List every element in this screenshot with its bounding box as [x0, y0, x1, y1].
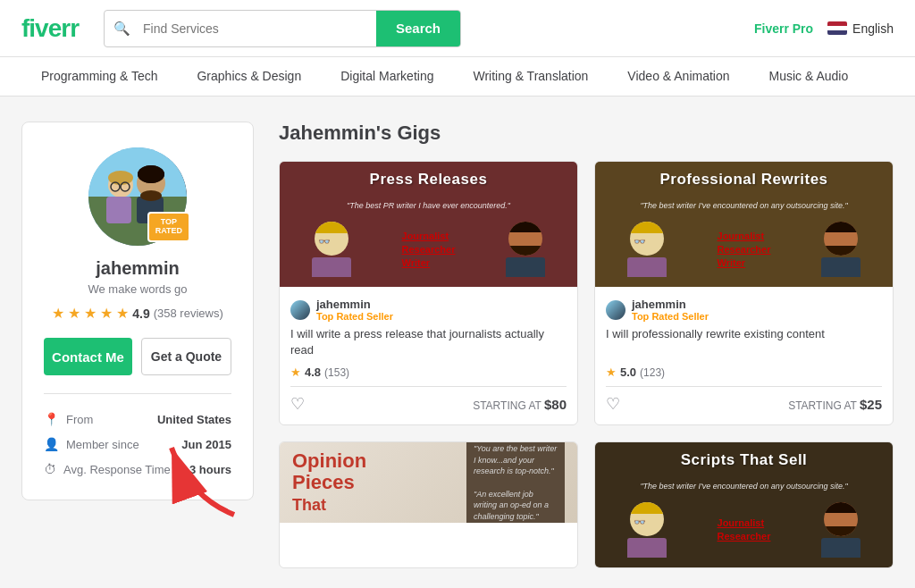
gig-footer-press: ♡ STARTING AT $80 [290, 386, 567, 414]
body-male [506, 257, 545, 277]
gig-card-opinion[interactable]: OpinionPiecesThat "You are the best writ… [279, 441, 578, 568]
gig-heart-rewrite[interactable]: ♡ [606, 394, 620, 414]
gig-labels-press: Journalist Researcher Writer [402, 231, 456, 268]
search-button[interactable]: Search [376, 11, 460, 46]
gig-heart-press[interactable]: ♡ [290, 394, 305, 414]
hair-female-3 [630, 502, 664, 514]
profile-tagline: We make words go [88, 282, 187, 296]
hair-female [315, 222, 348, 233]
gig-thumb-opinion: OpinionPiecesThat "You are the best writ… [280, 442, 577, 523]
gigs-title: Jahemmin's Gigs [279, 122, 894, 145]
contact-me-button[interactable]: Contact Me [44, 338, 132, 375]
location-icon: 📍 [44, 412, 59, 426]
response-time-value: 3 hours [189, 463, 231, 476]
label-researcher-2: Researcher [718, 244, 771, 255]
profile-username: jahemmin [96, 258, 179, 279]
gig-price-press: STARTING AT $80 [473, 397, 567, 412]
nav-item-music[interactable]: Music & Audio [750, 57, 869, 97]
gig-thumb-body-scripts: 👓 Journalist Researcher [595, 491, 893, 567]
hair-male-3 [824, 502, 858, 513]
gig-card-body-rewrite: jahemmin Top Rated Seller I will profess… [595, 287, 893, 424]
body-female-3 [627, 538, 667, 558]
clock-icon: ⏱ [44, 462, 56, 476]
nav-item-marketing[interactable]: Digital Marketing [321, 57, 453, 97]
face-head-male [508, 222, 542, 256]
beard-male-3 [824, 526, 858, 536]
label-researcher: Researcher [402, 244, 456, 255]
gig-footer-rewrite: ♡ STARTING AT $25 [606, 386, 882, 414]
gig-labels-scripts: Journalist Researcher [718, 517, 771, 542]
label-researcher-4: Researcher [718, 531, 771, 542]
gig-thumb-title-press: Press Releases [280, 162, 577, 194]
gig-score-press: 4.8 [305, 365, 321, 379]
fiverr-pro-link[interactable]: Fiverr Pro [754, 21, 813, 36]
nav-item-writing[interactable]: Writing & Translation [453, 57, 608, 97]
gig-rating-press: ★ 4.8 (153) [290, 365, 567, 379]
glasses-female-3: 👓 [634, 517, 646, 528]
gig-price-rewrite: STARTING AT $25 [788, 397, 882, 412]
gigs-section: Jahemmin's Gigs Press Releases "The best… [279, 122, 894, 568]
gig-card-rewrite[interactable]: Professional Rewrites "The best writer I… [594, 161, 894, 425]
profile-card: TOPRATED jahemmin We make words go ★ ★ ★… [21, 122, 254, 500]
top-rated-badge: TOPRATED [147, 212, 190, 242]
gig-desc-press: I will write a press release that journa… [290, 326, 567, 358]
gig-thumb-body-press: 👓 Journalist Researcher Writer [280, 211, 577, 287]
main-content: TOPRATED jahemmin We make words go ★ ★ ★… [0, 97, 915, 588]
info-member-since: 👤 Member since Jun 2015 [44, 432, 231, 457]
gig-face-male-2 [821, 222, 860, 277]
svg-rect-4 [106, 197, 131, 223]
gig-seller-avatar-press [290, 300, 310, 320]
rating-count: (358 reviews) [154, 307, 223, 320]
svg-point-3 [108, 171, 133, 185]
action-buttons: Contact Me Get a Quote [44, 338, 231, 375]
gig-thumb-title-rewrite: Professional Rewrites [595, 162, 893, 194]
glasses-female: 👓 [318, 236, 331, 248]
search-input[interactable] [139, 13, 376, 45]
body-male-3 [821, 538, 860, 558]
face-head-male-2 [824, 222, 858, 256]
get-quote-button[interactable]: Get a Quote [141, 338, 231, 375]
face-head-male-3 [824, 502, 858, 536]
hair-male [508, 222, 542, 232]
gig-seller-row-press: jahemmin Top Rated Seller [290, 298, 567, 322]
label-journalist-4: Journalist [718, 517, 765, 528]
gig-card-scripts[interactable]: Scripts That Sell "The best writer I've … [594, 441, 894, 568]
language-selector[interactable]: English [827, 21, 894, 36]
opinion-title: OpinionPiecesThat [292, 450, 466, 516]
gig-face-female: 👓 [312, 222, 351, 277]
us-flag-icon [827, 21, 847, 35]
seller-name-press: jahemmin [316, 298, 393, 311]
gig-rating-rewrite: ★ 5.0 (123) [606, 365, 882, 379]
beard-male [508, 246, 542, 256]
info-from: 📍 From United States [44, 407, 231, 432]
gig-thumb-rewrite: Professional Rewrites "The best writer I… [595, 162, 893, 287]
gig-thumb-scripts: Scripts That Sell "The best writer I've … [595, 442, 893, 567]
navigation: Programming & Tech Graphics & Design Dig… [0, 57, 915, 97]
gig-count-press: (153) [324, 366, 349, 379]
info-response-time: ⏱ Avg. Response Time 3 hours [44, 457, 231, 482]
seller-info-rewrite: jahemmin Top Rated Seller [632, 298, 709, 322]
gig-thumb-press: Press Releases "The best PR writer I hav… [280, 162, 577, 287]
response-time-label: Avg. Response Time [63, 463, 171, 476]
nav-item-graphics[interactable]: Graphics & Design [177, 57, 321, 97]
nav-item-video[interactable]: Video & Animation [608, 57, 749, 97]
gig-star-rewrite: ★ [606, 365, 617, 379]
seller-badge-press: Top Rated Seller [316, 311, 393, 322]
svg-point-12 [138, 165, 164, 183]
from-value: United States [157, 413, 231, 426]
gig-face-female-2: 👓 [627, 222, 667, 277]
logo[interactable]: fiverr [21, 14, 79, 43]
svg-point-11 [140, 190, 162, 201]
gig-count-rewrite: (123) [640, 366, 665, 379]
label-writer: Writer [402, 257, 431, 268]
gig-card-press[interactable]: Press Releases "The best PR writer I hav… [279, 161, 578, 425]
gig-score-rewrite: 5.0 [620, 365, 636, 379]
nav-item-programming[interactable]: Programming & Tech [21, 57, 177, 97]
gigs-grid: Press Releases "The best PR writer I hav… [279, 161, 894, 568]
gig-card-body-press: jahemmin Top Rated Seller I will write a… [280, 287, 577, 424]
star-2: ★ [68, 305, 80, 322]
seller-name-rewrite: jahemmin [632, 298, 709, 311]
opinion-inner: OpinionPiecesThat "You are the best writ… [280, 442, 577, 523]
opinion-quote: "You are the best writer I know...and yo… [466, 442, 565, 523]
gig-thumb-subtitle-press: "The best PR writer I have ever encounte… [280, 201, 577, 210]
